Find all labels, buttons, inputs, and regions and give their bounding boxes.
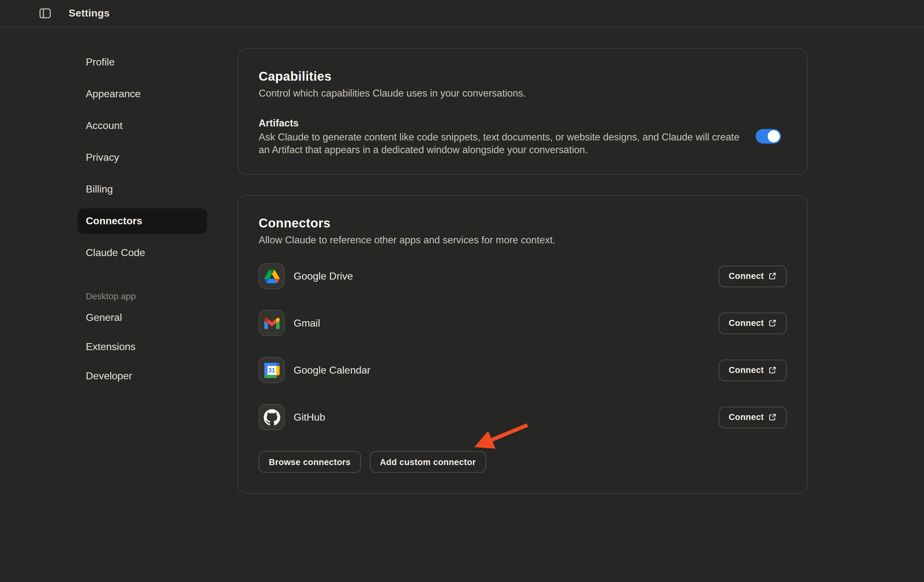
- connect-button-label: Connect: [729, 318, 764, 328]
- github-icon: [259, 404, 285, 430]
- google-drive-icon: [259, 263, 285, 289]
- add-custom-connector-button[interactable]: Add custom connector: [370, 451, 486, 473]
- connect-button-label: Connect: [729, 412, 764, 422]
- settings-sidebar: Profile Appearance Account Privacy Billi…: [78, 27, 207, 494]
- connector-rows: Google Drive Connect: [259, 263, 787, 430]
- artifacts-setting-row: Artifacts Ask Claude to generate content…: [259, 116, 787, 156]
- calendar-day-number: 31: [267, 366, 276, 374]
- sidebar-item-account[interactable]: Account: [78, 113, 207, 138]
- toggle-knob: [768, 130, 780, 142]
- gmail-icon: [259, 310, 285, 336]
- connector-row-google-drive: Google Drive Connect: [259, 263, 787, 289]
- connect-button-label: Connect: [729, 365, 764, 375]
- connector-name: Google Calendar: [294, 364, 371, 376]
- connectors-card-actions: Browse connectors Add custom connector: [259, 451, 787, 473]
- sidebar-toggle-button[interactable]: [40, 8, 51, 18]
- app-window: Settings Profile Appearance Account Priv…: [0, 0, 924, 582]
- artifacts-toggle[interactable]: [756, 129, 781, 143]
- sidebar-section-desktop-app: Desktop app: [78, 284, 207, 305]
- capabilities-title: Capabilities: [259, 68, 787, 84]
- connect-gmail-button[interactable]: Connect: [718, 312, 787, 334]
- sidebar-panel-icon: [40, 8, 51, 18]
- capabilities-description: Control which capabilities Claude uses i…: [259, 87, 787, 100]
- connect-github-button[interactable]: Connect: [718, 406, 787, 428]
- browse-connectors-button[interactable]: Browse connectors: [259, 451, 361, 473]
- sidebar-item-general[interactable]: General: [78, 305, 207, 330]
- connector-row-gmail: Gmail Connect: [259, 310, 787, 336]
- connect-google-calendar-button[interactable]: Connect: [718, 359, 787, 381]
- connectors-title: Connectors: [259, 215, 787, 231]
- connector-name: Google Drive: [294, 270, 353, 282]
- sidebar-desktop-group: General Extensions Developer: [78, 305, 207, 389]
- sidebar-item-extensions[interactable]: Extensions: [78, 334, 207, 359]
- connector-row-google-calendar: 31 Google Calendar Connect: [259, 357, 787, 383]
- external-link-icon: [768, 272, 777, 280]
- external-link-icon: [768, 319, 777, 327]
- settings-main: Capabilities Control which capabilities …: [238, 27, 808, 494]
- google-calendar-icon: 31: [259, 357, 285, 383]
- capabilities-card: Capabilities Control which capabilities …: [238, 48, 808, 175]
- connect-google-drive-button[interactable]: Connect: [718, 265, 787, 287]
- sidebar-item-connectors[interactable]: Connectors: [78, 208, 207, 234]
- settings-content: Profile Appearance Account Privacy Billi…: [0, 27, 924, 494]
- artifacts-text: Artifacts Ask Claude to generate content…: [259, 116, 740, 156]
- connectors-card: Connectors Allow Claude to reference oth…: [238, 195, 808, 494]
- sidebar-item-billing[interactable]: Billing: [78, 176, 207, 202]
- sidebar-item-profile[interactable]: Profile: [78, 49, 207, 75]
- sidebar-item-appearance[interactable]: Appearance: [78, 81, 207, 107]
- sidebar-item-developer[interactable]: Developer: [78, 363, 207, 389]
- sidebar-item-claude-code[interactable]: Claude Code: [78, 240, 207, 265]
- sidebar-item-privacy[interactable]: Privacy: [78, 145, 207, 170]
- topbar: Settings: [0, 0, 924, 27]
- connect-button-label: Connect: [729, 271, 764, 281]
- connector-row-github: GitHub Connect: [259, 404, 787, 430]
- external-link-icon: [768, 366, 777, 374]
- connectors-description: Allow Claude to reference other apps and…: [259, 234, 787, 247]
- connector-name: Gmail: [294, 317, 320, 329]
- artifacts-description: Ask Claude to generate content like code…: [259, 131, 740, 156]
- page-title: Settings: [69, 8, 110, 19]
- external-link-icon: [768, 413, 777, 421]
- artifacts-label: Artifacts: [259, 116, 740, 130]
- connector-name: GitHub: [294, 411, 325, 423]
